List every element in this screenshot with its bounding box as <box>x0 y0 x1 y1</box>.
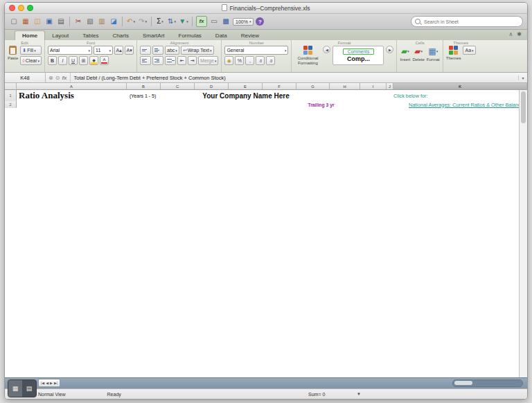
cell-G2[interactable]: Trailing 3 yr <box>305 101 339 108</box>
save-icon[interactable]: ▣ <box>44 17 54 26</box>
delete-cells-button[interactable]: ▰▾ Delete <box>412 46 424 62</box>
col-header-H[interactable]: H <box>330 83 360 89</box>
cell-H1[interactable] <box>328 90 358 101</box>
show-formulas-icon[interactable]: ▭ <box>209 17 219 26</box>
cell-reference-box[interactable]: K48 <box>5 73 46 82</box>
font-family-select[interactable]: Arial▾ <box>48 46 92 55</box>
ribbon-tab-smartart[interactable]: SmartArt <box>136 31 172 40</box>
print-preview-icon[interactable]: ▩ <box>221 17 231 26</box>
first-sheet-icon[interactable]: |◀ <box>41 381 44 385</box>
sum-dropdown-icon[interactable]: ▼ <box>357 392 361 396</box>
cell-I2[interactable] <box>371 101 399 108</box>
vertical-scrollbar[interactable] <box>519 90 527 377</box>
cancel-icon[interactable]: ⊗ <box>48 75 53 81</box>
cell-I1[interactable] <box>358 90 384 101</box>
row-header-1[interactable]: 1 <box>5 90 17 101</box>
sort-icon[interactable]: ⇅▾ <box>167 17 177 26</box>
themes-button[interactable]: Themes <box>446 46 461 61</box>
orientation-button[interactable]: abc▾ <box>165 46 179 55</box>
cell-B1[interactable]: (Years 1 - 5) <box>128 90 163 101</box>
paste-button[interactable]: Paste <box>8 46 18 61</box>
vertical-scrollbar-thumb[interactable] <box>521 91 526 123</box>
cell-C2[interactable] <box>163 101 199 108</box>
select-all-corner[interactable] <box>5 83 17 89</box>
cell-C1[interactable] <box>163 90 196 101</box>
cell-F2[interactable] <box>269 101 305 108</box>
autosum-icon[interactable]: Σ▾ <box>155 17 165 26</box>
help-icon[interactable]: ? <box>256 17 264 26</box>
styles-gallery-right-icon[interactable]: ▶ <box>386 46 393 53</box>
redo-icon[interactable]: ↷▾ <box>138 17 148 26</box>
col-header-E[interactable]: E <box>229 83 263 89</box>
horizontal-scrollbar[interactable] <box>452 379 523 387</box>
style-comments[interactable]: Comments <box>343 48 374 55</box>
template-gallery-icon[interactable]: ▦ <box>21 17 30 26</box>
conditional-formatting-button[interactable]: Conditional Formatting <box>294 46 321 65</box>
next-sheet-icon[interactable]: ▶ <box>50 381 53 385</box>
formula-bar-expand-icon[interactable]: ▾ <box>518 75 527 80</box>
fill-button[interactable]: ⬇Fill▾ <box>20 46 42 55</box>
formula-builder-icon[interactable]: fx <box>196 16 207 27</box>
increase-indent-icon[interactable]: ⇥ <box>188 56 197 65</box>
insert-function-icon[interactable]: fx <box>62 75 66 81</box>
borders-button[interactable]: ⊞ <box>79 56 88 65</box>
align-center-icon[interactable] <box>152 56 163 65</box>
grow-font-button[interactable]: A▴ <box>114 46 123 55</box>
ribbon-tab-review[interactable]: Review <box>234 31 266 40</box>
comma-format-icon[interactable]: , <box>245 56 254 65</box>
paste-icon[interactable]: ▥ <box>97 17 107 26</box>
font-color-button[interactable]: A <box>100 56 109 65</box>
theme-fonts-button[interactable]: Aa▾ <box>463 46 475 55</box>
merge-button[interactable]: Merge▾ <box>198 56 218 65</box>
style-comp[interactable]: Comp... <box>347 55 370 62</box>
copy-icon[interactable]: ▧ <box>85 17 95 26</box>
col-header-B[interactable]: B <box>127 83 161 89</box>
cell-D1[interactable]: Your Company Name Here <box>196 90 296 101</box>
clear-button[interactable]: ◊Clear▾ <box>20 56 42 65</box>
increase-decimal-icon[interactable]: .0⃖ <box>256 56 265 65</box>
enter-icon[interactable]: ⊙ <box>55 75 60 81</box>
number-format-select[interactable]: General▾ <box>224 46 288 55</box>
ribbon-tab-formulas[interactable]: Formulas <box>172 31 209 40</box>
currency-format-icon[interactable]: ◉ <box>224 56 233 65</box>
cell-D2[interactable] <box>199 101 234 108</box>
cell-A2[interactable] <box>17 101 128 108</box>
search-input[interactable] <box>423 19 519 25</box>
cell-J1[interactable] <box>384 90 390 101</box>
cell-G1[interactable] <box>296 90 328 101</box>
align-left-icon[interactable] <box>140 56 151 65</box>
align-middle-icon[interactable] <box>152 46 163 55</box>
zoom-control[interactable]: 100%▾ <box>233 18 254 26</box>
cell-A1[interactable]: Ratio Analysis <box>17 90 128 101</box>
ribbon-tab-layout[interactable]: Layout <box>45 31 76 40</box>
cell-E2[interactable] <box>234 101 269 108</box>
bold-button[interactable]: B <box>48 56 57 65</box>
col-header-K[interactable]: K <box>393 83 527 89</box>
open-icon[interactable]: ◫ <box>33 17 42 26</box>
col-header-F[interactable]: F <box>263 83 296 89</box>
col-header-J[interactable]: J <box>387 83 393 89</box>
col-header-G[interactable]: G <box>296 83 330 89</box>
insert-cells-button[interactable]: ▰▾ Insert <box>400 46 410 62</box>
col-header-I[interactable]: I <box>360 83 387 89</box>
search-box[interactable] <box>411 16 523 27</box>
italic-button[interactable]: I <box>58 56 67 65</box>
ribbon-settings-icon[interactable]: ✱ <box>517 31 522 37</box>
col-header-C[interactable]: C <box>161 83 195 89</box>
prev-sheet-icon[interactable]: ◀ <box>46 381 48 385</box>
wrap-text-button[interactable]: ↩Wrap Text▾ <box>181 46 214 55</box>
underline-button[interactable]: U <box>69 56 78 65</box>
align-right-icon[interactable] <box>165 56 176 65</box>
print-icon[interactable]: ▤ <box>56 17 66 26</box>
format-painter-icon[interactable]: ◪ <box>109 17 118 26</box>
row-header-2[interactable]: 2 <box>5 101 17 108</box>
decrease-decimal-icon[interactable]: .0⃗ <box>266 56 275 65</box>
horizontal-scrollbar-thumb[interactable] <box>454 381 472 385</box>
col-header-A[interactable]: A <box>17 83 127 89</box>
cell-K2[interactable]: National Averages: Current Ratios & Othe… <box>405 101 527 108</box>
shrink-font-button[interactable]: A▾ <box>125 46 134 55</box>
font-size-select[interactable]: 11▾ <box>94 46 113 55</box>
cut-icon[interactable]: ✂ <box>73 17 83 26</box>
normal-view-button[interactable]: ▦ <box>8 380 22 397</box>
styles-gallery-left-icon[interactable]: ◀ <box>323 46 330 53</box>
